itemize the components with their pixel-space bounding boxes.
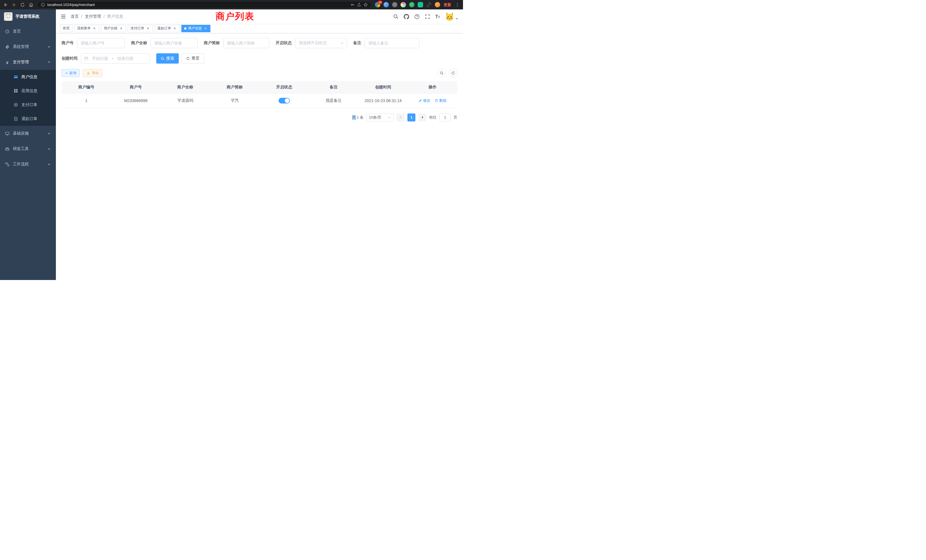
forward-icon[interactable] [11,2,17,8]
monitor-icon [5,132,9,136]
sidebar-item-app-info[interactable]: 应用信息 [0,84,56,98]
add-button[interactable]: + 新增 [62,69,80,77]
chevron-down-icon [47,162,51,166]
breadcrumb-item[interactable]: 支付管理 [85,14,101,19]
sidebar-menu: 首页 系统管理 ¥ 支付管理 商户信息 应用信息 [0,24,56,280]
help-icon[interactable] [414,14,420,20]
goto-page-input[interactable] [439,114,451,121]
date-start-input[interactable] [90,56,110,61]
sidebar-item-infrastructure[interactable]: 基础设施 [0,126,56,141]
extension-pinwheel-icon[interactable] [426,2,432,8]
browser-menu-icon[interactable]: ⋮ [454,2,460,8]
sidebar-item-label: 应用信息 [21,88,51,94]
target-icon [14,103,18,107]
cell-short-name: 芋艿 [210,93,260,108]
refresh-icon [186,57,190,61]
reset-button[interactable]: 重置 [182,53,204,64]
sidebar-item-label: 支付管理 [13,60,44,65]
extension-multicolor-icon[interactable] [401,2,406,8]
sidebar-item-pay[interactable]: ¥ 支付管理 [0,54,56,70]
sidebar-item-system[interactable]: 系统管理 [0,39,56,54]
chevron-down-icon [455,17,458,20]
cell-remark: 我是备注 [309,93,359,108]
date-end-input[interactable] [115,56,136,61]
extension-pie-icon[interactable]: 10 [375,2,380,8]
export-button[interactable]: 导出 [83,69,102,77]
delete-link[interactable]: 删除 [435,98,446,103]
pagination: 共 1 条 10条/页 1 前往 页 [62,114,457,121]
font-size-icon[interactable]: TT [435,14,440,19]
extension-green-circle-icon[interactable] [409,2,415,8]
remark-input[interactable] [365,38,419,48]
close-icon[interactable]: × [173,27,177,30]
merchant-name-input[interactable] [151,38,198,48]
pencil-icon [419,99,422,102]
tab-label: 流程表单 [77,26,91,31]
page-content: 商户号 商户全称 商户简称 开启状态 请选择开启状态 [56,33,463,280]
page-number-button[interactable]: 1 [407,114,415,121]
back-icon[interactable] [3,2,8,8]
github-icon[interactable] [404,14,409,20]
tab-process-form[interactable]: 流程表单 × [74,25,99,32]
home-icon[interactable] [29,2,34,8]
search-button[interactable]: 搜索 [156,53,179,64]
next-page-button[interactable] [418,114,426,121]
col-header: 操作 [408,81,458,93]
close-icon[interactable]: × [119,27,123,30]
profile-avatar-icon[interactable] [435,2,440,8]
url-bar[interactable]: localhost:1024/pay/merchant [37,1,371,8]
sidebar-item-merchant-info[interactable]: 商户信息 [0,70,56,84]
user-avatar[interactable] [445,12,458,21]
toolbox-icon [5,147,9,151]
app-logo[interactable]: 芋道管理系统 [0,9,56,24]
extension-green-square-icon[interactable] [418,2,423,8]
bookmark-star-icon[interactable] [363,3,368,7]
url-text[interactable]: localhost:1024/pay/merchant [47,3,348,7]
sidebar-item-label: 商户信息 [21,74,51,80]
tab-label: 商户信息 [188,26,202,31]
chevron-down-icon [388,116,391,119]
merchant-no-input[interactable] [77,38,125,48]
close-icon[interactable]: × [92,27,96,30]
status-select[interactable]: 请选择开启状态 [295,38,347,48]
page-size-select[interactable]: 10条/页 [366,114,394,121]
sidebar-item-pay-order[interactable]: 支付订单 [0,98,56,112]
col-header: 商户简称 [210,81,260,93]
password-key-icon[interactable] [350,3,355,7]
tab-pay-order[interactable]: 支付订单 × [128,25,153,32]
extension-gray-icon[interactable] [392,2,398,8]
breadcrumb-item[interactable]: 首页 [71,14,79,19]
sidebar-item-workflow[interactable]: 工作流程 [0,157,56,172]
hide-search-button[interactable] [437,69,446,77]
refresh-table-button[interactable] [449,69,457,77]
tab-merchant-info[interactable]: 商户信息 × [181,25,210,32]
fullscreen-icon[interactable] [425,14,430,20]
prev-page-button[interactable] [396,114,404,121]
merchant-short-input[interactable] [223,38,269,48]
tab-refund-order[interactable]: 退款订单 × [154,25,180,32]
site-info-icon[interactable] [41,3,45,7]
sidebar-item-home[interactable]: 首页 [0,24,56,39]
table-toolbar: + 新增 导出 [62,69,457,77]
tab-user-group[interactable]: 用户分组 × [101,25,126,32]
share-icon[interactable] [357,3,361,7]
edit-link[interactable]: 修改 [419,98,430,103]
toolbar-right [437,69,457,77]
close-icon[interactable]: × [204,27,207,30]
sidebar-item-label: 首页 [13,29,51,34]
tab-label: 用户分组 [104,26,118,31]
table-row: 1 M233666999 芋道源码 芋艿 我是备注 2021-10-23 08:… [62,93,457,108]
sidebar-item-dev-tools[interactable]: 研发工具 [0,141,56,157]
sidebar-item-refund-order[interactable]: 退款订单 [0,112,56,126]
search-icon[interactable] [393,14,399,20]
browser-update-button[interactable]: 更新 [443,2,451,8]
hamburger-icon[interactable] [61,14,66,20]
close-icon[interactable]: × [146,27,150,30]
add-button-label: 新增 [69,71,76,76]
reload-icon[interactable] [20,2,25,8]
date-range-picker[interactable]: - [81,53,150,64]
filter-status: 开启状态 请选择开启状态 [276,38,347,48]
status-toggle[interactable] [278,98,290,103]
extension-drop-icon[interactable] [383,2,389,8]
tab-home[interactable]: 首页 [60,25,73,32]
